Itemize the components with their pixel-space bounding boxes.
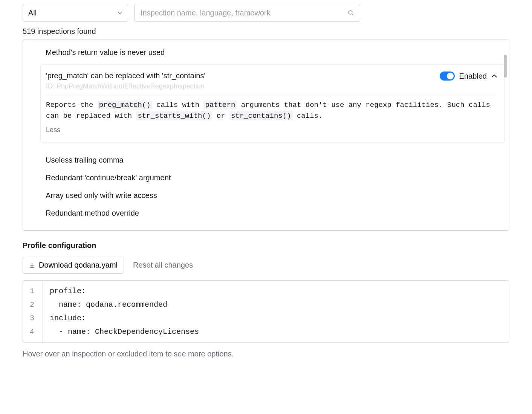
inspection-item-expanded: 'preg_match' can be replaced with 'str_c… <box>40 64 504 142</box>
desc-code: pattern <box>203 100 237 110</box>
desc-text: or <box>212 112 229 120</box>
desc-code: preg_match() <box>98 100 152 110</box>
search-input-container[interactable] <box>134 4 360 22</box>
download-label: Download qodana.yaml <box>39 261 118 269</box>
code-editor[interactable]: 1234 profile: name: qodana.recommendedin… <box>23 280 509 343</box>
results-count: 519 inspections found <box>23 27 509 36</box>
code-content[interactable]: profile: name: qodana.recommendedinclude… <box>43 281 206 342</box>
svg-point-0 <box>349 11 352 14</box>
search-icon <box>348 10 354 16</box>
filter-dropdown[interactable]: All <box>23 4 128 22</box>
inspection-title: 'preg_match' can be replaced with 'str_c… <box>46 72 205 80</box>
desc-text: calls with <box>152 101 204 109</box>
desc-text: calls. <box>293 112 323 120</box>
profile-config-title: Profile configuration <box>23 241 509 250</box>
reset-link[interactable]: Reset all changes <box>133 261 193 269</box>
download-icon <box>29 262 35 268</box>
desc-text: Reports the <box>46 101 98 109</box>
search-input[interactable] <box>141 9 348 17</box>
download-button[interactable]: Download qodana.yaml <box>23 257 124 274</box>
inspection-item[interactable]: Useless trailing comma <box>23 151 509 169</box>
dropdown-value: All <box>28 9 37 17</box>
svg-line-1 <box>352 14 353 15</box>
inspection-id: ID: PhpPregMatchWithoutEffectiveRegexpIn… <box>46 82 205 90</box>
inspection-item[interactable]: Redundant 'continue/break' argument <box>23 169 509 187</box>
chevron-up-icon[interactable] <box>491 73 497 79</box>
less-link[interactable]: Less <box>46 125 497 135</box>
desc-code: str_contains() <box>229 111 293 120</box>
inspection-item[interactable]: Method's return value is never used <box>23 44 509 61</box>
desc-code: str_starts_with() <box>136 111 212 120</box>
enabled-toggle[interactable] <box>440 72 455 81</box>
toggle-knob <box>447 73 454 79</box>
enabled-label: Enabled <box>459 72 487 81</box>
inspection-item[interactable]: Redundant method override <box>23 204 509 222</box>
inspection-item[interactable]: Array used only with write access <box>23 187 509 204</box>
chevron-down-icon <box>117 10 122 15</box>
scrollbar-thumb[interactable] <box>504 55 507 78</box>
inspection-list-panel: Method's return value is never used 'pre… <box>23 40 509 231</box>
hint-text: Hover over an inspection or excluded ite… <box>23 350 509 358</box>
line-gutter: 1234 <box>23 281 43 342</box>
